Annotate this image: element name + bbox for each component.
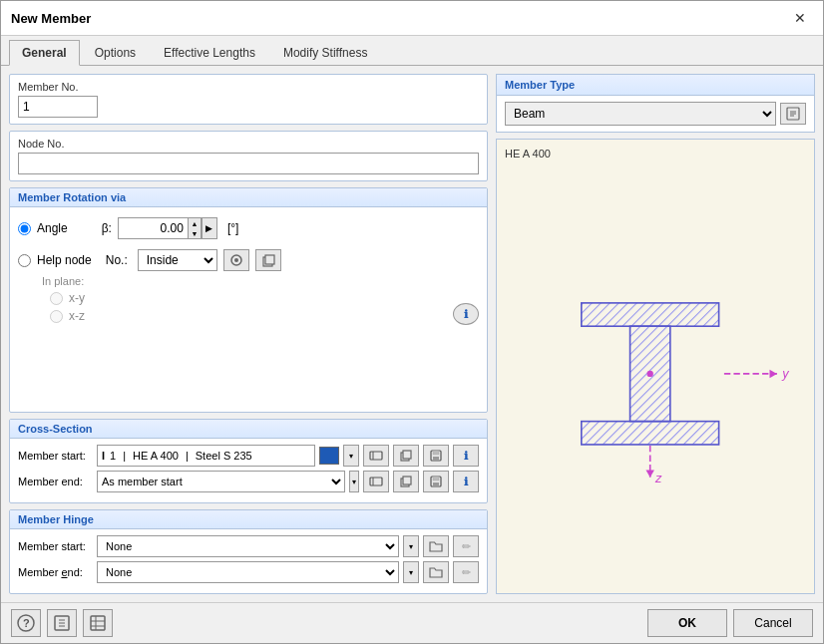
- cs-start-row: Member start: Ι 1 | HE A 400 | Steel S 2…: [18, 445, 479, 467]
- in-plane-label: In plane:: [42, 275, 479, 287]
- cs-start-save-btn[interactable]: [423, 445, 449, 467]
- help-node-section: Help node No.: Inside: [18, 249, 479, 323]
- hinge-start-dropdown[interactable]: ▾: [403, 535, 419, 557]
- xy-radio[interactable]: [50, 292, 63, 305]
- member-type-select[interactable]: Beam Truss Compression Tension: [505, 102, 776, 126]
- help-node-label: Help node: [37, 253, 92, 267]
- svg-rect-9: [433, 457, 439, 461]
- help-node-row: Help node No.: Inside: [18, 249, 479, 271]
- hinge-start-label: Member start:: [18, 540, 93, 552]
- svg-text:?: ?: [23, 617, 30, 629]
- cs-end-pick-btn[interactable]: [363, 471, 389, 492]
- cs-end-select[interactable]: As member start: [97, 471, 345, 492]
- svg-text:z: z: [654, 471, 662, 485]
- member-rotation-title: Member Rotation via: [10, 188, 487, 207]
- hinge-start-row: Member start: None ▾ ✏: [18, 535, 479, 557]
- svg-rect-3: [265, 255, 274, 264]
- hinge-end-folder-btn[interactable]: [423, 561, 449, 583]
- member-type-title: Member Type: [497, 75, 814, 96]
- in-plane-section: In plane: x-y x-z: [42, 275, 479, 323]
- angle-radio[interactable]: [18, 222, 31, 235]
- ok-button[interactable]: OK: [647, 609, 727, 637]
- member-no-input[interactable]: 1: [18, 96, 98, 118]
- preview-label: HE A 400: [505, 148, 551, 160]
- cs-start-name: HE A 400: [133, 450, 179, 462]
- beam-preview: HE A 400: [496, 139, 815, 594]
- beam-svg: y z: [497, 140, 814, 593]
- cs-end-label: Member end:: [18, 476, 93, 487]
- title-bar: New Member ✕: [1, 1, 823, 36]
- xy-label: x-y: [69, 291, 85, 305]
- cs-end-save-btn[interactable]: [423, 471, 449, 492]
- svg-point-32: [647, 371, 653, 377]
- angle-spin-wrapper: ▲ ▼ ▶: [118, 217, 217, 239]
- cs-color-swatch[interactable]: [319, 447, 339, 465]
- cs-start-info-btn[interactable]: ℹ: [453, 445, 479, 467]
- help-node-radio[interactable]: [18, 254, 31, 267]
- member-type-settings-btn[interactable]: [780, 103, 806, 125]
- angle-arrow-btn[interactable]: ▶: [202, 217, 217, 239]
- cross-section-section: Cross-Section Member start: Ι 1 | HE A 4…: [9, 419, 488, 503]
- xz-label: x-z: [69, 309, 85, 323]
- svg-point-1: [234, 258, 238, 262]
- content-area: Member No. 1 Node No. Member Rotation vi…: [1, 66, 823, 602]
- hinge-end-edit-btn[interactable]: ✏: [453, 561, 479, 583]
- rotation-info-btn[interactable]: ℹ: [453, 303, 479, 325]
- member-no-label: Member No.: [18, 81, 479, 93]
- hinge-start-edit-btn[interactable]: ✏: [453, 535, 479, 557]
- svg-text:y: y: [781, 366, 789, 381]
- cancel-button[interactable]: Cancel: [733, 609, 813, 637]
- tab-effective-lengths[interactable]: Effective Lengths: [151, 40, 268, 66]
- new-member-dialog: New Member ✕ General Options Effective L…: [0, 0, 824, 644]
- cs-separator: |: [123, 450, 126, 462]
- svg-rect-16: [433, 483, 439, 486]
- angle-unit: [°]: [227, 221, 238, 235]
- angle-input[interactable]: [118, 217, 188, 239]
- node-no-input[interactable]: [18, 153, 479, 174]
- member-type-section: Member Type Beam Truss Compression Tensi…: [496, 74, 815, 133]
- dialog-title: New Member: [11, 11, 91, 26]
- help-btn[interactable]: ?: [11, 609, 41, 637]
- xy-row: x-y: [50, 291, 479, 305]
- angle-label: Angle: [37, 221, 68, 235]
- hinge-start-folder-btn[interactable]: [423, 535, 449, 557]
- inside-select[interactable]: Inside: [138, 249, 217, 271]
- cs-start-dropdown-btn[interactable]: ▾: [343, 445, 359, 467]
- tab-general[interactable]: General: [9, 40, 80, 66]
- cs-start-display: Ι 1 | HE A 400 | Steel S 235: [97, 445, 315, 467]
- help-node-copy-btn[interactable]: [255, 249, 281, 271]
- hinge-end-label: Member end:: [18, 566, 93, 578]
- hinge-end-dropdown[interactable]: ▾: [403, 561, 419, 583]
- svg-rect-10: [433, 451, 439, 455]
- svg-marker-27: [769, 370, 776, 378]
- angle-spin-up[interactable]: ▲: [189, 218, 201, 228]
- i-beam-icon: Ι: [102, 450, 105, 462]
- calculator-btn[interactable]: [47, 609, 77, 637]
- svg-rect-7: [403, 451, 411, 459]
- angle-row: Angle β: ▲ ▼ ▶ [°]: [18, 217, 479, 239]
- hinge-end-select[interactable]: None: [97, 561, 399, 583]
- xz-radio[interactable]: [50, 310, 63, 323]
- member-rotation-section: Member Rotation via Angle β: ▲ ▼: [9, 187, 488, 413]
- hinge-start-select[interactable]: None: [97, 535, 399, 557]
- cross-section-title: Cross-Section: [10, 420, 487, 439]
- table-btn[interactable]: [83, 609, 113, 637]
- cs-start-pick-btn[interactable]: [363, 445, 389, 467]
- beta-label: β:: [102, 221, 112, 235]
- close-button[interactable]: ✕: [787, 7, 813, 29]
- tab-modify-stiffness[interactable]: Modify Stiffness: [270, 40, 380, 66]
- hinge-end-row: Member end: None ▾ ✏: [18, 561, 479, 583]
- cs-end-info-btn[interactable]: ℹ: [453, 471, 479, 492]
- cs-end-copy-btn[interactable]: [393, 471, 419, 492]
- cs-start-copy-btn[interactable]: [393, 445, 419, 467]
- cs-start-label: Member start:: [18, 450, 93, 462]
- angle-spin-down[interactable]: ▼: [189, 228, 201, 238]
- svg-rect-4: [370, 452, 382, 460]
- svg-rect-14: [403, 477, 411, 484]
- help-node-pick-btn[interactable]: [223, 249, 249, 271]
- svg-rect-11: [370, 478, 382, 485]
- bottom-bar: ? OK Cancel: [1, 602, 823, 643]
- tab-options[interactable]: Options: [82, 40, 149, 66]
- cs-end-dropdown-btn[interactable]: ▾: [349, 471, 359, 492]
- svg-rect-23: [582, 303, 719, 326]
